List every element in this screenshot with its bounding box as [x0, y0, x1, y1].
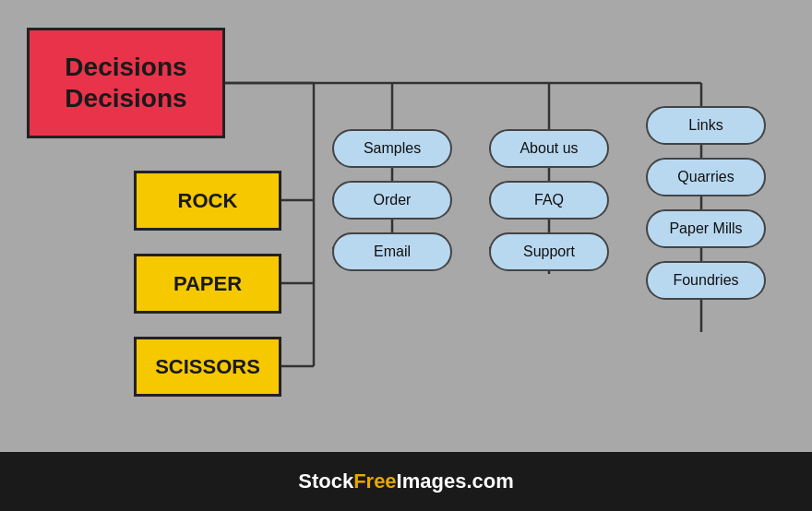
footer-images: Images.com: [397, 469, 514, 493]
pill-group-2: About us FAQ Support: [489, 129, 609, 271]
scissors-box[interactable]: SCISSORS: [134, 337, 281, 397]
support-button[interactable]: Support: [489, 232, 609, 271]
foundries-button[interactable]: Foundries: [646, 261, 766, 300]
email-button[interactable]: Email: [332, 232, 452, 271]
quarries-button[interactable]: Quarries: [646, 158, 766, 196]
main-area: Decisions Decisions ROCK PAPER SCISSORS …: [0, 0, 812, 452]
pill-group-1: Samples Order Email: [332, 129, 452, 271]
rock-box[interactable]: ROCK: [134, 171, 281, 231]
root-label: Decisions Decisions: [65, 52, 186, 113]
scissors-label: SCISSORS: [155, 355, 260, 379]
paper-box[interactable]: PAPER: [134, 254, 281, 314]
footer-free: Free: [353, 469, 396, 493]
footer-bar: StockFreeImages.com: [0, 452, 812, 511]
about-us-button[interactable]: About us: [489, 129, 609, 168]
paper-mills-button[interactable]: Paper Mills: [646, 209, 766, 248]
footer-stock: Stock: [298, 469, 353, 493]
samples-button[interactable]: Samples: [332, 129, 452, 168]
links-button[interactable]: Links: [646, 106, 766, 145]
pill-group-3: Links Quarries Paper Mills Foundries: [646, 106, 766, 300]
faq-button[interactable]: FAQ: [489, 181, 609, 220]
order-button[interactable]: Order: [332, 181, 452, 220]
footer-text: StockFreeImages.com: [298, 469, 514, 493]
paper-label: PAPER: [173, 272, 242, 296]
root-node[interactable]: Decisions Decisions: [27, 28, 225, 138]
rock-label: ROCK: [178, 189, 238, 213]
